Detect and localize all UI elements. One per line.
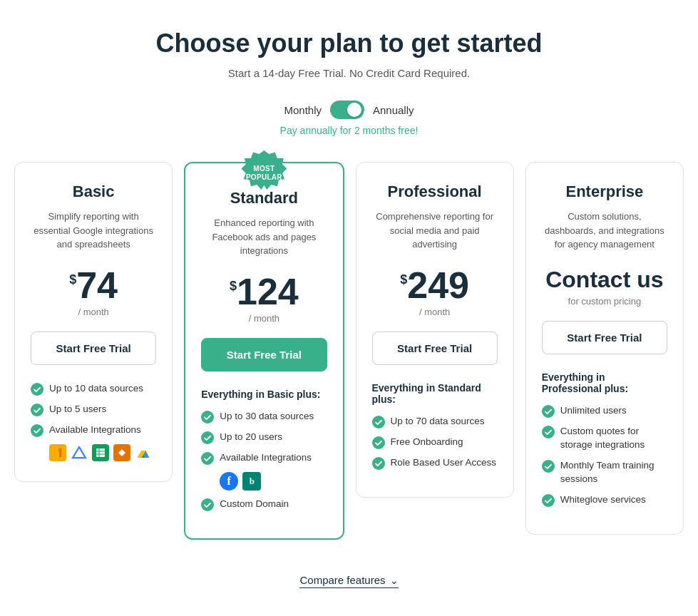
plan-name-basic: Basic: [31, 183, 156, 201]
page-subtitle: Start a 14-day Free Trial. No Credit Car…: [228, 67, 470, 79]
feature-users-enterprise: Unlimited users: [542, 404, 667, 418]
monthly-label: Monthly: [284, 104, 322, 116]
price-period-professional: / month: [372, 307, 498, 317]
check-icon: [201, 411, 214, 423]
price-row-basic: $ 74: [31, 267, 156, 304]
feature-training-enterprise: Monthly Team training sessions: [542, 459, 667, 486]
price-row-professional: $ 249: [372, 267, 498, 304]
svg-point-18: [201, 452, 214, 465]
feature-data-sources-professional: Up to 70 data sources: [372, 415, 498, 428]
features-header-standard: Everything in Basic plus:: [201, 389, 327, 400]
svg-point-0: [31, 383, 43, 396]
price-dollar-professional: $: [400, 272, 407, 287]
plan-name-professional: Professional: [372, 183, 498, 201]
check-icon: [372, 457, 385, 470]
cta-button-basic[interactable]: Start Free Trial: [31, 332, 156, 365]
plan-description-professional: Comprehensive reporting for social media…: [372, 210, 498, 252]
svg-rect-4: [56, 451, 59, 458]
price-amount-basic: 74: [76, 267, 118, 304]
feature-data-sources-basic: Up to 10 data sources: [31, 382, 156, 396]
feature-label: Whiteglove services: [560, 493, 646, 507]
feature-label: Up to 10 data sources: [49, 382, 143, 396]
price-dollar-basic: $: [69, 272, 76, 287]
integration-icon-bing: b: [242, 472, 261, 491]
svg-point-23: [542, 405, 555, 418]
feature-label: Unlimited users: [560, 404, 627, 418]
plan-card-professional: Professional Comprehensive reporting for…: [356, 162, 514, 498]
contact-us-label: Contact us: [542, 267, 667, 293]
features-header-enterprise: Everything in Professional plus:: [542, 371, 667, 394]
feature-users-standard: Up to 20 users: [201, 431, 327, 444]
integration-icon-ga: [49, 444, 66, 461]
integrations-row-standard: f b: [220, 472, 327, 491]
feature-label: Available Integrations: [220, 451, 312, 465]
plan-description-standard: Enhanced reporting with Facebook ads and…: [201, 216, 327, 259]
chevron-down-icon: ⌄: [390, 575, 399, 586]
contact-sub-label: for custom pricing: [542, 296, 667, 307]
plan-description-basic: Simplify reporting with essential Google…: [31, 210, 156, 252]
plan-description-enterprise: Custom solutions, dashboards, and integr…: [542, 210, 667, 252]
check-icon: [542, 460, 555, 473]
svg-point-25: [542, 460, 555, 473]
svg-marker-6: [73, 447, 86, 458]
svg-point-24: [542, 426, 555, 438]
feature-label: Up to 20 users: [220, 431, 282, 444]
svg-point-22: [372, 457, 385, 470]
integrations-row-basic: [49, 444, 156, 461]
feature-data-sources-standard: Up to 30 data sources: [201, 410, 327, 423]
plan-card-enterprise: Enterprise Custom solutions, dashboards,…: [525, 162, 684, 535]
feature-label: Up to 70 data sources: [391, 415, 485, 428]
annual-note: Pay annually for 2 months free!: [280, 125, 419, 136]
check-icon: [542, 405, 555, 418]
feature-label: Role Based User Access: [391, 456, 497, 470]
plan-name-standard: Standard: [201, 189, 327, 207]
price-dollar-standard: $: [230, 279, 237, 294]
feature-label: Custom Domain: [220, 498, 289, 511]
cta-button-professional[interactable]: Start Free Trial: [372, 332, 498, 365]
check-icon: [201, 431, 214, 444]
price-row-standard: $ 124: [201, 273, 327, 310]
integration-icon-facebook: f: [220, 472, 238, 491]
svg-point-19: [201, 498, 214, 511]
svg-point-17: [201, 431, 214, 444]
price-amount-standard: 124: [237, 273, 299, 310]
feature-integrations-standard: Available Integrations: [201, 451, 327, 465]
feature-onboarding-professional: Free Onboarding: [372, 436, 498, 449]
svg-point-21: [372, 436, 385, 449]
check-icon: [31, 424, 43, 437]
compare-features-label: Compare features: [299, 574, 385, 586]
integration-icon-gdrive: [135, 444, 152, 461]
check-icon: [542, 494, 555, 507]
feature-label: Monthly Team training sessions: [560, 459, 667, 486]
feature-users-basic: Up to 5 users: [31, 403, 156, 416]
page-title: Choose your plan to get started: [155, 29, 542, 58]
cta-button-standard[interactable]: Start Free Trial: [201, 338, 327, 371]
feature-whiteglove-enterprise: Whiteglove services: [542, 493, 667, 507]
feature-label: Up to 30 data sources: [220, 410, 314, 423]
svg-point-2: [31, 424, 43, 437]
feature-label: Free Onboarding: [391, 436, 463, 449]
feature-roles-professional: Role Based User Access: [372, 456, 498, 470]
plan-card-basic: Basic Simplify reporting with essential …: [14, 162, 173, 482]
annually-label: Annually: [373, 104, 414, 116]
check-icon: [542, 426, 555, 438]
svg-marker-11: [118, 449, 125, 456]
price-period-standard: / month: [201, 313, 327, 324]
billing-toggle[interactable]: [330, 101, 364, 119]
feature-label: Custom quotes for storage integrations: [560, 425, 667, 452]
svg-point-26: [542, 494, 555, 507]
compare-features-link[interactable]: Compare features ⌄: [299, 574, 398, 588]
integration-icon-sheets: [92, 444, 109, 461]
check-icon: [372, 416, 385, 428]
svg-point-1: [31, 404, 43, 416]
check-icon: [201, 498, 214, 511]
cta-button-enterprise[interactable]: Start Free Trial: [542, 321, 667, 354]
plan-name-enterprise: Enterprise: [542, 183, 667, 201]
features-header-professional: Everything in Standard plus:: [372, 382, 498, 405]
billing-toggle-row: Monthly Annually: [284, 101, 414, 119]
toggle-thumb: [347, 103, 361, 117]
plans-container: Basic Simplify reporting with essential …: [14, 162, 684, 540]
check-icon: [31, 383, 43, 396]
feature-custom-domain-standard: Custom Domain: [201, 498, 327, 511]
check-icon: [201, 452, 214, 465]
